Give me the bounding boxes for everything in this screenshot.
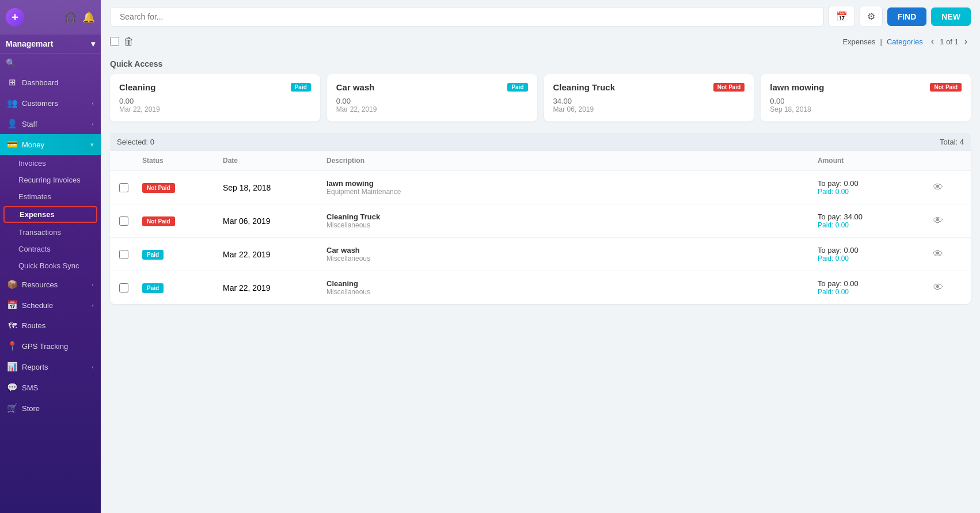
sidebar-item-money[interactable]: 💳 Money ▾: [0, 134, 101, 155]
view-button[interactable]: 👁: [933, 215, 943, 226]
filter-icon: ⚙: [867, 11, 875, 22]
table-header: Selected: 0 Total: 4: [110, 133, 971, 151]
sidebar-item-label: Schedule: [22, 301, 53, 310]
qa-amount: 0.00: [336, 97, 528, 105]
row-date: Mar 22, 2019: [223, 250, 326, 259]
sidebar-item-dashboard[interactable]: ⊞ Dashboard: [0, 72, 101, 93]
qa-amount: 0.00: [770, 97, 962, 105]
sidebar-item-label: Staff: [22, 120, 37, 128]
qa-status-badge: Not Paid: [930, 83, 962, 92]
delete-button[interactable]: 🗑: [124, 36, 134, 48]
headset-icon[interactable]: 🎧: [64, 11, 77, 24]
row-paid: Paid: 0.00: [818, 221, 933, 229]
breadcrumb-pagination: Expenses | Categories ‹ 1 of 1 ›: [842, 35, 971, 48]
sidebar-search[interactable]: 🔍: [0, 54, 101, 72]
sidebar-top: + 🎧 🔔: [0, 0, 101, 35]
qa-status-badge: Not Paid: [713, 83, 745, 92]
sidebar: + 🎧 🔔 Managemart ▾ 🔍 ⊞ Dashboard 👥 Custo…: [0, 0, 101, 513]
col-date: Date: [223, 157, 326, 165]
chevron-icon: ‹: [92, 120, 94, 127]
next-page-button[interactable]: ›: [961, 35, 971, 48]
sidebar-item-transactions[interactable]: Transactions: [0, 224, 101, 241]
quick-access-section: Quick Access Cleaning Paid 0.00 Mar 22, …: [110, 59, 971, 121]
qa-card-lawn-mowing[interactable]: lawn mowing Not Paid 0.00 Sep 18, 2018: [761, 74, 971, 121]
col-description: Description: [326, 157, 818, 165]
search-icon: 🔍: [6, 58, 16, 67]
sidebar-item-estimates[interactable]: Estimates: [0, 188, 101, 205]
calendar-icon: 📅: [836, 11, 848, 22]
find-button[interactable]: FIND: [887, 7, 927, 26]
calendar-button[interactable]: 📅: [829, 6, 855, 27]
row-checkbox[interactable]: [119, 183, 128, 192]
quick-access-grid: Cleaning Paid 0.00 Mar 22, 2019 Car wash…: [110, 74, 971, 121]
new-button[interactable]: NEW: [931, 7, 971, 26]
sidebar-item-reports[interactable]: 📊 Reports ‹: [0, 356, 101, 377]
sidebar-item-quickbooks[interactable]: Quick Books Sync: [0, 257, 101, 274]
sidebar-item-expenses[interactable]: Expenses: [3, 206, 97, 223]
main-content: 📅 ⚙ FIND NEW 🗑 Expenses | Categories ‹ 1…: [101, 0, 980, 513]
row-topay: To pay: 0.00: [818, 246, 933, 254]
view-button[interactable]: 👁: [933, 181, 943, 193]
search-input[interactable]: [110, 7, 824, 26]
qa-amount: 34.00: [553, 97, 745, 105]
row-date: Mar 06, 2019: [223, 216, 326, 226]
qa-card-cleaning-truck[interactable]: Cleaning Truck Not Paid 34.00 Mar 06, 20…: [544, 74, 754, 121]
content-area: Quick Access Cleaning Paid 0.00 Mar 22, …: [101, 52, 980, 513]
qa-card-title: Car wash: [336, 82, 375, 92]
table-body: Status Date Description Amount Not Paid …: [110, 151, 971, 304]
prev-page-button[interactable]: ‹: [928, 35, 937, 48]
row-checkbox[interactable]: [119, 283, 128, 292]
dashboard-icon: ⊞: [7, 77, 17, 88]
filter-button[interactable]: ⚙: [860, 6, 883, 27]
qa-status-badge: Paid: [507, 83, 527, 92]
sidebar-item-schedule[interactable]: 📅 Schedule ‹: [0, 295, 101, 316]
page-indicator: 1 of 1: [940, 37, 959, 46]
bell-icon[interactable]: 🔔: [82, 11, 95, 24]
sidebar-item-invoices[interactable]: Invoices: [0, 155, 101, 172]
chevron-icon: ‹: [92, 281, 94, 288]
quick-access-title: Quick Access: [110, 59, 971, 69]
add-button[interactable]: +: [6, 8, 24, 26]
row-checkbox[interactable]: [119, 250, 128, 259]
sidebar-item-contracts[interactable]: Contracts: [0, 241, 101, 257]
sidebar-item-routes[interactable]: 🗺 Routes: [0, 316, 101, 336]
sidebar-item-gps[interactable]: 📍 GPS Tracking: [0, 336, 101, 356]
select-all-checkbox[interactable]: [110, 37, 119, 46]
sidebar-item-sms[interactable]: 💬 SMS: [0, 377, 101, 398]
staff-icon: 👤: [7, 119, 17, 129]
resources-icon: 📦: [7, 279, 17, 290]
breadcrumb-categories[interactable]: Categories: [887, 37, 923, 46]
sidebar-item-label: Reports: [22, 363, 48, 371]
qa-date: Mar 06, 2019: [553, 105, 745, 113]
brand-label[interactable]: Managemart ▾: [0, 35, 101, 54]
qa-date: Mar 22, 2019: [119, 105, 311, 113]
status-badge: Not Paid: [142, 216, 175, 226]
table-column-headers: Status Date Description Amount: [110, 151, 971, 171]
sidebar-item-label: GPS Tracking: [22, 342, 68, 351]
status-badge: Not Paid: [142, 183, 175, 193]
view-button[interactable]: 👁: [933, 248, 943, 260]
sidebar-item-store[interactable]: 🛒 Store: [0, 398, 101, 419]
sidebar-item-resources[interactable]: 📦 Resources ‹: [0, 274, 101, 295]
status-badge: Paid: [142, 250, 164, 260]
expenses-table: Selected: 0 Total: 4 Status Date Descrip…: [110, 133, 971, 304]
row-description-sub: Miscellaneous: [326, 221, 818, 229]
sidebar-item-customers[interactable]: 👥 Customers ‹: [0, 93, 101, 113]
chevron-down-icon: ▾: [91, 39, 95, 48]
table-row: Not Paid Sep 18, 2018 lawn mowing Equipm…: [110, 171, 971, 204]
sidebar-item-recurring-invoices[interactable]: Recurring Invoices: [0, 172, 101, 188]
store-icon: 🛒: [7, 403, 17, 413]
table-row: Not Paid Mar 06, 2019 Cleaning Truck Mis…: [110, 204, 971, 238]
sidebar-icons: 🎧 🔔: [64, 11, 95, 24]
schedule-icon: 📅: [7, 300, 17, 310]
view-button[interactable]: 👁: [933, 282, 943, 293]
row-description-main: Cleaning Truck: [326, 212, 818, 221]
qa-card-cleaning[interactable]: Cleaning Paid 0.00 Mar 22, 2019: [110, 74, 320, 121]
row-topay: To pay: 0.00: [818, 279, 933, 288]
qa-card-title: Cleaning Truck: [553, 82, 616, 92]
row-checkbox[interactable]: [119, 216, 128, 226]
sidebar-item-staff[interactable]: 👤 Staff ‹: [0, 113, 101, 134]
breadcrumb-separator: |: [880, 37, 882, 46]
qa-card-carwash[interactable]: Car wash Paid 0.00 Mar 22, 2019: [327, 74, 537, 121]
table-row: Paid Mar 22, 2019 Cleaning Miscellaneous…: [110, 271, 971, 304]
